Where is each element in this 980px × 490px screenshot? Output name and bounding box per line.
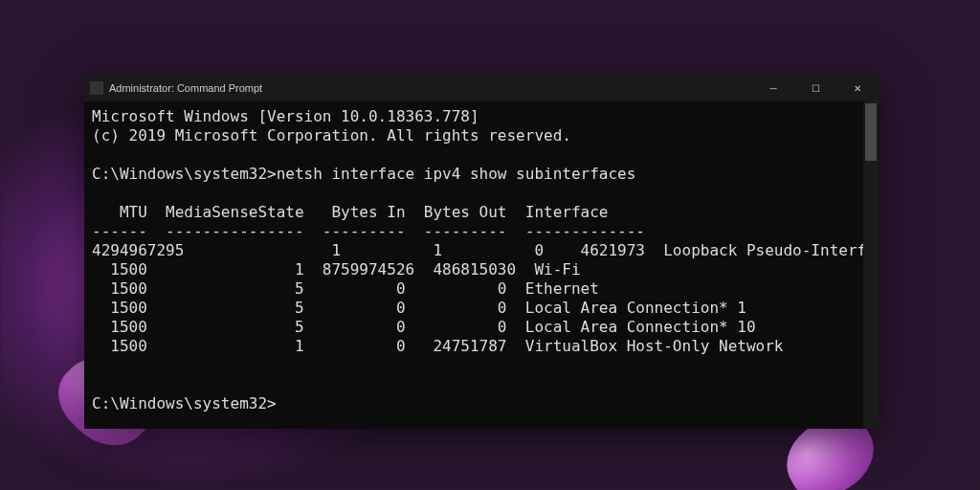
column-headers: MTU MediaSenseState Bytes In Bytes Out I… xyxy=(92,203,608,221)
close-button[interactable]: ✕ xyxy=(836,75,879,101)
scrollbar[interactable] xyxy=(863,101,879,429)
window-title: Administrator: Command Prompt xyxy=(109,82,752,94)
table-row: 1500 5 0 0 Local Area Connection* 10 xyxy=(92,318,756,336)
prompt-path: C:\Windows\system32> xyxy=(92,394,277,412)
scrollbar-thumb[interactable] xyxy=(865,103,877,161)
maximize-button[interactable]: ☐ xyxy=(794,75,836,101)
cmd-icon xyxy=(90,81,103,95)
table-row: 4294967295 1 1 0 4621973 Loopback Pseudo… xyxy=(92,241,879,259)
prompt-path: C:\Windows\system32> xyxy=(92,165,277,183)
header-line: (c) 2019 Microsoft Corporation. All righ… xyxy=(92,126,571,145)
command-text: netsh interface ipv4 show subinterfaces xyxy=(277,165,636,183)
minimize-button[interactable]: ─ xyxy=(752,75,794,101)
divider-line: ------ --------------- --------- -------… xyxy=(92,222,645,240)
header-line: Microsoft Windows [Version 10.0.18363.77… xyxy=(92,107,479,125)
terminal-output[interactable]: Microsoft Windows [Version 10.0.18363.77… xyxy=(84,101,879,429)
table-row: 1500 5 0 0 Ethernet xyxy=(92,279,599,298)
command-prompt-window: Administrator: Command Prompt ─ ☐ ✕ Micr… xyxy=(84,75,879,429)
table-row: 1500 5 0 0 Local Area Connection* 1 xyxy=(92,299,746,317)
table-row: 1500 1 0 24751787 VirtualBox Host-Only N… xyxy=(92,337,783,355)
table-row: 1500 1 8759974526 486815030 Wi-Fi xyxy=(92,260,581,278)
titlebar[interactable]: Administrator: Command Prompt ─ ☐ ✕ xyxy=(84,75,879,101)
